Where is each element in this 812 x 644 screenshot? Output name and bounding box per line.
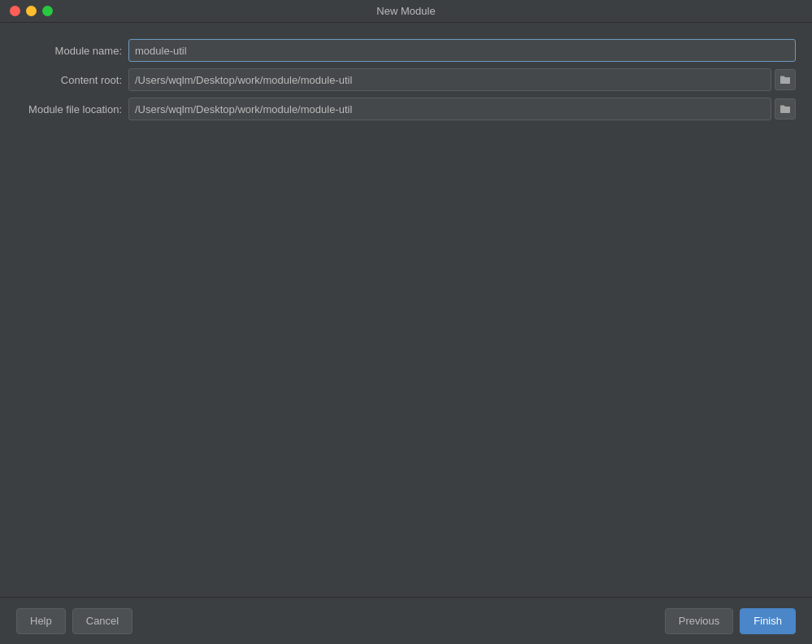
module-file-location-input[interactable] — [128, 98, 771, 120]
window-title: New Module — [376, 5, 435, 17]
content-root-row: Content root: — [16, 68, 796, 91]
title-bar: New Module — [0, 0, 812, 23]
module-name-input[interactable] — [128, 39, 796, 62]
minimize-button[interactable] — [26, 6, 37, 16]
bottom-right-buttons: Previous Finish — [665, 608, 796, 634]
finish-button[interactable]: Finish — [740, 608, 796, 634]
module-name-row: Module name: — [16, 39, 796, 62]
previous-button[interactable]: Previous — [665, 608, 734, 634]
module-file-location-row: Module file location: — [16, 98, 796, 120]
content-root-input-wrapper — [128, 68, 796, 91]
module-file-location-browse-button[interactable] — [775, 98, 796, 120]
module-file-location-label: Module file location: — [16, 103, 122, 115]
content-root-label: Content root: — [16, 74, 122, 86]
module-file-location-input-wrapper — [128, 98, 796, 120]
help-button[interactable]: Help — [16, 608, 66, 634]
bottom-bar: Help Cancel Previous Finish — [0, 597, 812, 644]
window-controls[interactable] — [10, 6, 53, 16]
content-root-browse-button[interactable] — [775, 69, 796, 90]
dialog-content: Module name: Content root: Module file l… — [0, 23, 812, 597]
module-name-label: Module name: — [16, 45, 122, 57]
form-section: Module name: Content root: Module file l… — [16, 39, 796, 120]
close-button[interactable] — [10, 6, 20, 16]
content-root-input[interactable] — [128, 68, 771, 91]
cancel-button[interactable]: Cancel — [72, 608, 132, 634]
maximize-button[interactable] — [42, 6, 53, 16]
module-name-input-wrapper — [128, 39, 796, 62]
bottom-left-buttons: Help Cancel — [16, 608, 132, 634]
folder-icon — [779, 75, 791, 85]
folder-icon — [779, 104, 791, 114]
